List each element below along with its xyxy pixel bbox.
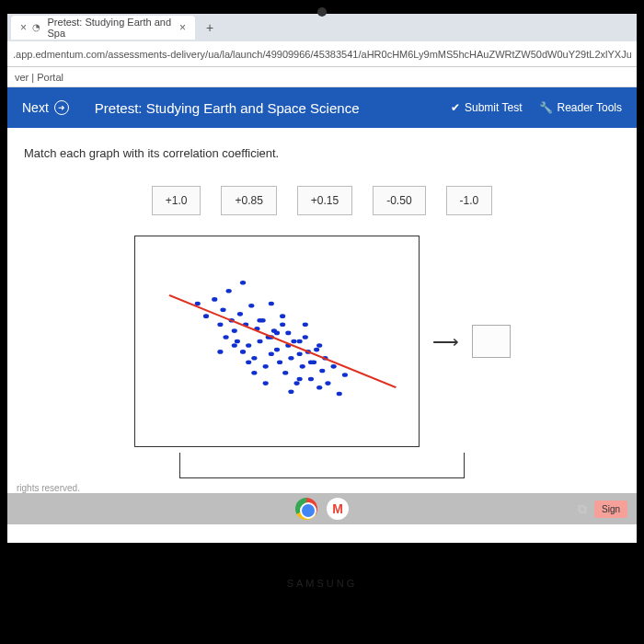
svg-point-59 <box>231 343 236 348</box>
svg-point-38 <box>316 385 322 390</box>
check-icon: ✔ <box>451 101 460 114</box>
svg-point-30 <box>293 381 299 385</box>
option-tile[interactable]: +0.85 <box>221 186 276 215</box>
svg-point-14 <box>248 304 254 308</box>
scatter-plot <box>134 236 420 447</box>
sign-button[interactable]: Sign <box>594 500 627 518</box>
svg-point-31 <box>296 351 302 356</box>
new-tab-button[interactable]: + <box>197 20 223 35</box>
question-content: Match each graph with its correlation co… <box>7 128 637 497</box>
laptop-brand: SAMSUNG <box>287 578 358 589</box>
url-text: .app.edmentum.com/assessments-delivery/u… <box>13 49 631 60</box>
cast-icon[interactable]: ⧉ <box>578 501 587 517</box>
svg-point-45 <box>239 281 245 285</box>
reader-label: Reader Tools <box>558 101 623 114</box>
svg-point-62 <box>296 377 302 382</box>
chrome-icon[interactable] <box>295 498 317 520</box>
option-tile[interactable]: +0.15 <box>297 186 352 215</box>
svg-point-4 <box>220 308 225 313</box>
tab-favicon: ◔ <box>32 22 42 33</box>
close-tab-icon[interactable]: × <box>20 21 27 34</box>
svg-point-41 <box>325 381 330 385</box>
svg-point-11 <box>239 350 245 354</box>
next-label: Next <box>22 100 49 115</box>
scatter-svg <box>135 236 419 446</box>
svg-point-56 <box>246 361 251 365</box>
page-title: Pretest: Studying Earth and Space Scienc… <box>95 100 451 116</box>
svg-point-1 <box>202 314 208 318</box>
webcam <box>317 7 327 17</box>
svg-point-5 <box>223 335 228 339</box>
submit-test-button[interactable]: ✔ Submit Test <box>451 101 522 114</box>
next-button[interactable]: Next ➜ <box>22 100 69 115</box>
svg-point-42 <box>330 364 336 369</box>
svg-point-48 <box>280 314 285 318</box>
address-bar[interactable]: .app.edmentum.com/assessments-delivery/u… <box>7 41 637 67</box>
svg-point-17 <box>257 339 262 344</box>
svg-point-53 <box>296 339 302 344</box>
arrow-right-icon: ⟶ <box>432 330 459 352</box>
wrench-icon: 🔧 <box>539 101 553 114</box>
svg-point-9 <box>234 339 239 344</box>
svg-point-32 <box>299 364 305 369</box>
close-tab-icon[interactable]: × <box>179 21 186 34</box>
browser-tab-strip: × ◔ Pretest: Studying Earth and Spa × + <box>7 14 637 41</box>
svg-point-6 <box>225 289 231 293</box>
svg-point-61 <box>285 331 291 336</box>
svg-point-44 <box>341 373 347 377</box>
svg-point-24 <box>277 361 282 365</box>
svg-point-46 <box>268 302 273 306</box>
svg-point-37 <box>314 348 319 352</box>
svg-point-23 <box>273 348 279 352</box>
svg-point-13 <box>246 343 251 348</box>
svg-point-55 <box>273 331 279 336</box>
footer-rights: rights reserved. <box>17 483 80 493</box>
next-plot-preview <box>179 453 465 478</box>
submit-label: Submit Test <box>465 101 522 114</box>
svg-point-25 <box>280 322 285 327</box>
option-tile[interactable]: +1.0 <box>152 186 201 215</box>
svg-point-47 <box>217 350 223 354</box>
svg-point-35 <box>307 377 313 382</box>
svg-point-52 <box>316 343 322 348</box>
app-header: Next ➜ Pretest: Studying Earth and Space… <box>7 87 637 128</box>
svg-point-3 <box>217 322 223 327</box>
chromeos-shelf: M ⧉ Sign <box>7 493 637 524</box>
answer-drop-target[interactable] <box>472 325 511 358</box>
svg-point-21 <box>268 351 273 356</box>
svg-point-39 <box>319 369 325 374</box>
reader-tools-button[interactable]: 🔧 Reader Tools <box>539 101 623 114</box>
svg-line-63 <box>168 295 395 387</box>
svg-point-10 <box>236 312 242 316</box>
svg-point-51 <box>288 389 293 394</box>
bookmarks-bar: ver | Portal <box>7 67 637 87</box>
svg-point-29 <box>291 339 296 344</box>
svg-point-19 <box>262 364 268 369</box>
bookmark-item[interactable]: ver | Portal <box>15 72 63 83</box>
svg-point-58 <box>307 361 313 365</box>
svg-point-50 <box>251 371 257 375</box>
option-tile[interactable]: -1.0 <box>446 186 493 215</box>
gmail-icon[interactable]: M <box>327 498 349 520</box>
svg-point-15 <box>251 356 257 361</box>
svg-point-57 <box>257 318 262 323</box>
svg-point-28 <box>288 356 293 361</box>
svg-point-2 <box>212 297 217 302</box>
option-tile[interactable]: -0.50 <box>373 186 425 215</box>
svg-point-43 <box>336 392 341 397</box>
answer-options-row: +1.0 +0.85 +0.15 -0.50 -1.0 <box>24 186 620 215</box>
browser-tab[interactable]: × ◔ Pretest: Studying Earth and Spa × <box>11 16 195 40</box>
svg-point-26 <box>282 371 288 375</box>
arrow-right-icon: ➜ <box>54 100 69 115</box>
svg-point-33 <box>302 335 307 339</box>
svg-point-8 <box>231 328 236 333</box>
svg-point-49 <box>302 322 307 327</box>
tab-title: Pretest: Studying Earth and Spa <box>48 17 174 39</box>
question-prompt: Match each graph with its correlation co… <box>24 146 620 160</box>
svg-point-54 <box>262 381 268 385</box>
